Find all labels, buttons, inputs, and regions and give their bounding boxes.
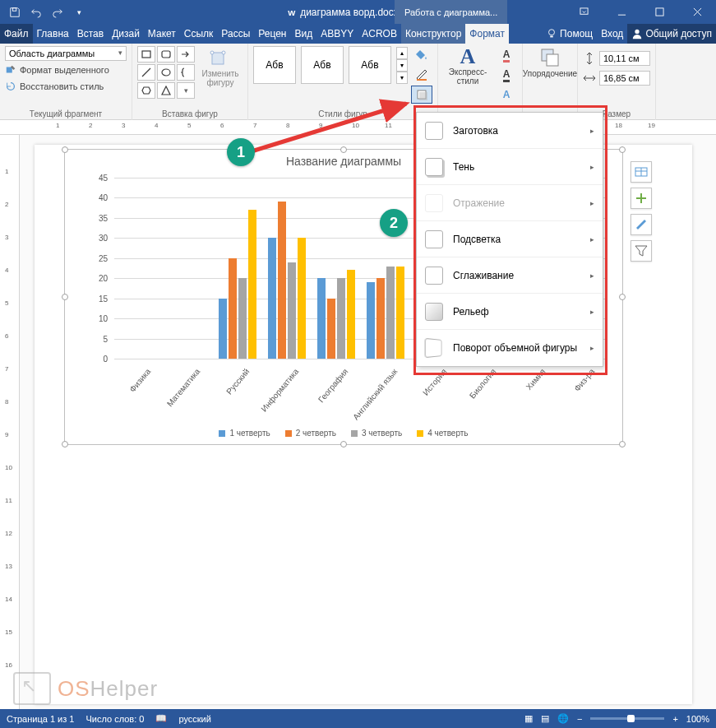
shape-tri[interactable] xyxy=(157,82,175,99)
tab-file[interactable]: Файл xyxy=(0,24,33,44)
height-input[interactable]: 10,11 см xyxy=(599,51,650,66)
tab-constructor[interactable]: Конструктор xyxy=(401,24,465,44)
shape-rrect[interactable] xyxy=(157,46,175,63)
tab-abbyy[interactable]: ABBYY xyxy=(316,24,358,44)
shape-styles-gallery[interactable]: Абв Абв Абв ▴ ▾ ▾ xyxy=(253,46,408,84)
fx-bevel[interactable]: Рельеф▸ xyxy=(417,294,603,330)
gallery-down[interactable]: ▾ xyxy=(396,59,408,72)
resize-handle[interactable] xyxy=(62,294,68,300)
minimize-button[interactable] xyxy=(603,0,640,24)
wordart-a-icon: A xyxy=(460,46,476,67)
context-tab-header: Работа с диаграмма... xyxy=(395,0,507,24)
group-size: 10,11 см 16,85 см Размер xyxy=(578,44,656,120)
shape-fill-button[interactable] xyxy=(411,46,432,64)
width-icon xyxy=(583,72,596,85)
sb-spellcheck-icon[interactable]: 📖 xyxy=(155,713,167,724)
zoom-out-button[interactable]: − xyxy=(577,714,582,724)
tab-references[interactable]: Ссылк xyxy=(180,24,218,44)
chart-element-selector[interactable]: Область диаграммы xyxy=(5,46,127,61)
tab-login[interactable]: Вход xyxy=(597,24,627,44)
fx-softedge[interactable]: Сглаживание▸ xyxy=(417,257,603,294)
tab-insert[interactable]: Встав xyxy=(73,24,108,44)
sb-language[interactable]: русский xyxy=(178,714,210,724)
tab-acrobat[interactable]: ACROB xyxy=(358,24,401,44)
zoom-level[interactable]: 100% xyxy=(686,714,709,724)
page-viewport[interactable]: Название диаграммы 051015202530354045 Фи… xyxy=(20,135,716,709)
tab-view[interactable]: Вид xyxy=(290,24,316,44)
fx-shadow[interactable]: Тень▸ xyxy=(417,149,603,185)
ribbon-collapse-button[interactable] xyxy=(565,0,603,24)
tab-share[interactable]: Общий доступ xyxy=(627,24,716,44)
express-styles-button[interactable]: A Экспресс-стили xyxy=(443,46,492,86)
statusbar: Страница 1 из 1 Число слов: 0 📖 русский … xyxy=(0,709,716,728)
resize-handle[interactable] xyxy=(62,146,68,153)
shape-oval[interactable] xyxy=(157,64,175,81)
svg-line-20 xyxy=(252,104,406,151)
close-button[interactable] xyxy=(678,0,716,24)
undo-button[interactable] xyxy=(26,2,46,22)
text-fill-button[interactable]: A xyxy=(496,46,517,64)
view-web-button[interactable]: 🌐 xyxy=(557,713,569,724)
shape-rect[interactable] xyxy=(137,46,155,63)
style-item[interactable]: Абв xyxy=(349,46,391,84)
redo-button[interactable] xyxy=(48,2,67,22)
zoom-in-button[interactable]: + xyxy=(672,714,677,724)
resize-handle[interactable] xyxy=(340,441,347,447)
chart-styles-button[interactable] xyxy=(631,214,652,235)
group-label: Вставка фигур xyxy=(137,108,243,118)
chart-layout-button[interactable] xyxy=(631,161,652,183)
sb-page[interactable]: Страница 1 из 1 xyxy=(7,714,74,724)
format-selection-button[interactable]: Формат выделенного xyxy=(5,63,109,77)
change-shape-button[interactable]: Изменить фигуру xyxy=(198,46,243,87)
fx-preset[interactable]: Заготовка▸ xyxy=(417,113,603,149)
chart-filter-button[interactable] xyxy=(631,240,652,262)
fx-reflection[interactable]: Отражение▸ xyxy=(417,185,603,221)
save-button[interactable] xyxy=(5,2,25,22)
width-input[interactable]: 16,85 см xyxy=(599,71,650,86)
shape-hex[interactable] xyxy=(137,82,155,99)
group-current-selection: Область диаграммы Формат выделенного Вос… xyxy=(0,44,132,120)
tab-home[interactable]: Главна xyxy=(33,24,73,44)
resize-handle[interactable] xyxy=(619,146,626,153)
qat-customize[interactable]: ▾ xyxy=(69,2,89,22)
resize-handle[interactable] xyxy=(62,441,68,447)
chart-legend[interactable]: 1 четверть2 четверть3 четверть4 четверть xyxy=(65,429,622,438)
gallery-up[interactable]: ▴ xyxy=(396,47,408,59)
resize-handle[interactable] xyxy=(619,294,626,300)
fx-3drotation[interactable]: Поворот объемной фигуры▸ xyxy=(417,330,603,366)
arrange-button[interactable]: Упорядочение xyxy=(528,46,572,78)
shape-more[interactable]: ▾ xyxy=(177,82,195,99)
shape-outline-button[interactable] xyxy=(411,66,432,84)
shapes-gallery[interactable]: ▾ xyxy=(137,46,195,99)
shape-effects-menu[interactable]: Заготовка▸ Тень▸ Отражение▸ Подсветка▸ С… xyxy=(416,112,603,367)
shape-brace[interactable] xyxy=(177,64,195,81)
tab-help[interactable]: Помощ xyxy=(542,24,597,44)
tab-review[interactable]: Рецен xyxy=(254,24,290,44)
zoom-slider[interactable] xyxy=(590,717,664,720)
sb-words[interactable]: Число слов: 0 xyxy=(85,714,144,724)
tab-layout[interactable]: Макет xyxy=(144,24,180,44)
style-item[interactable]: Абв xyxy=(253,46,296,84)
reset-style-button[interactable]: Восстановить стиль xyxy=(5,79,104,94)
softedge-icon xyxy=(425,267,443,285)
tab-format[interactable]: Формат xyxy=(465,24,509,44)
view-print-button[interactable]: ▤ xyxy=(541,713,549,724)
style-item[interactable]: Абв xyxy=(301,46,344,84)
group-insert-shapes: ▾ Изменить фигуру Вставка фигур xyxy=(132,44,248,120)
chart-elements-button[interactable] xyxy=(631,188,652,209)
tab-mailings[interactable]: Рассы xyxy=(217,24,254,44)
tab-design[interactable]: Дизай xyxy=(108,24,144,44)
view-read-button[interactable]: ▦ xyxy=(524,713,533,724)
resize-handle[interactable] xyxy=(619,441,626,447)
shape-line[interactable] xyxy=(137,64,155,81)
text-effects-button[interactable]: A xyxy=(496,86,517,104)
text-outline-button[interactable]: A xyxy=(496,66,517,84)
quick-access-toolbar: ▾ xyxy=(0,2,89,22)
window-buttons xyxy=(565,0,716,24)
fx-glow[interactable]: Подсветка▸ xyxy=(417,221,603,257)
gallery-more[interactable]: ▾ xyxy=(396,72,408,84)
maximize-button[interactable] xyxy=(640,0,678,24)
ruler-vertical[interactable]: 12345678910111213141516 xyxy=(0,135,20,709)
svg-point-10 xyxy=(162,69,170,76)
shape-arrow[interactable] xyxy=(177,46,195,63)
